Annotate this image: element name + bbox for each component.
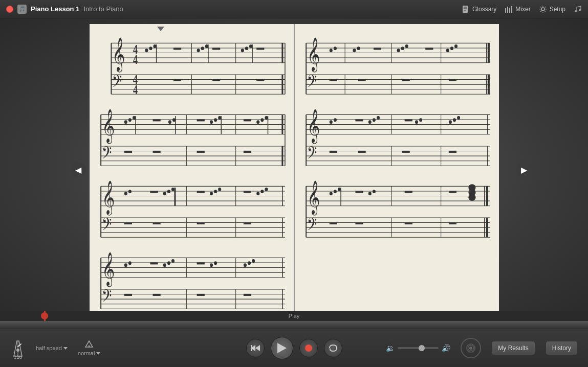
timeline[interactable] bbox=[0, 321, 588, 329]
page-indicator bbox=[157, 27, 164, 31]
close-button[interactable] bbox=[6, 6, 13, 13]
history-button[interactable]: History bbox=[546, 341, 578, 355]
svg-rect-160 bbox=[243, 263, 246, 267]
metronome-section: 110 bbox=[10, 335, 26, 361]
svg-rect-199 bbox=[454, 44, 458, 48]
controls-bar: 110 half speed normal bbox=[0, 329, 588, 367]
svg-rect-49 bbox=[249, 44, 252, 48]
app-title: Piano Lesson 1 bbox=[31, 5, 79, 13]
svg-rect-35 bbox=[153, 44, 156, 48]
transport-controls bbox=[246, 337, 342, 359]
svg-rect-152 bbox=[128, 261, 131, 265]
svg-rect-122 bbox=[214, 190, 217, 193]
staff-system-r1: 𝄞 𝄢 bbox=[301, 29, 493, 96]
svg-rect-72 bbox=[128, 118, 131, 122]
svg-text:𝄞: 𝄞 bbox=[102, 109, 115, 144]
svg-rect-229 bbox=[372, 118, 375, 122]
svg-point-285 bbox=[89, 346, 90, 347]
svg-rect-151 bbox=[124, 263, 127, 267]
svg-rect-190 bbox=[353, 49, 356, 52]
titlebar: 🎵 Piano Lesson 1 Intro to Piano Glossary… bbox=[0, 0, 588, 18]
staff-system-r3: 𝄞 𝄢 bbox=[301, 172, 493, 239]
svg-rect-266 bbox=[372, 190, 375, 193]
bpm-display: 110 bbox=[14, 354, 23, 360]
speed-dropdown[interactable]: half speed bbox=[36, 345, 68, 351]
svg-rect-126 bbox=[260, 190, 264, 193]
svg-rect-5 bbox=[507, 7, 508, 13]
svg-rect-261 bbox=[333, 190, 336, 193]
svg-rect-80 bbox=[209, 120, 212, 124]
svg-rect-121 bbox=[209, 192, 212, 195]
sheet-page-left: 𝄞 𝄢 4 4 4 4 bbox=[90, 24, 295, 315]
svg-text:𝄞: 𝄞 bbox=[307, 180, 320, 216]
volume-slider[interactable] bbox=[398, 347, 439, 349]
svg-point-271 bbox=[468, 194, 475, 201]
staff-system-2: 𝄞 𝄢 bbox=[96, 101, 288, 167]
speed-value: half speed bbox=[36, 345, 62, 351]
svg-text:𝄞: 𝄞 bbox=[102, 180, 115, 216]
svg-rect-161 bbox=[247, 261, 250, 265]
my-results-button[interactable]: My Results bbox=[491, 341, 535, 355]
svg-text:𝄢: 𝄢 bbox=[102, 287, 112, 310]
svg-text:𝄞: 𝄞 bbox=[307, 37, 320, 73]
prev-page-button[interactable]: ◀ bbox=[71, 162, 86, 177]
normal-icon bbox=[84, 340, 94, 349]
svg-rect-225 bbox=[329, 120, 332, 124]
svg-rect-86 bbox=[260, 118, 264, 122]
svg-rect-154 bbox=[163, 263, 166, 267]
svg-marker-286 bbox=[255, 345, 260, 351]
svg-rect-127 bbox=[265, 188, 268, 191]
svg-rect-118 bbox=[171, 188, 174, 191]
practice-icon bbox=[461, 338, 481, 358]
svg-point-290 bbox=[305, 345, 312, 352]
svg-rect-233 bbox=[419, 118, 422, 122]
staff-system-1: 𝄞 𝄢 4 4 4 4 bbox=[96, 29, 288, 96]
svg-rect-45 bbox=[205, 44, 208, 48]
setup-label: Setup bbox=[550, 6, 565, 13]
volume-high-icon: 🔊 bbox=[442, 344, 450, 352]
svg-rect-158 bbox=[209, 263, 212, 267]
mixer-button[interactable]: Mixer bbox=[505, 5, 530, 13]
svg-rect-123 bbox=[218, 188, 221, 191]
svg-rect-155 bbox=[167, 261, 170, 265]
svg-rect-125 bbox=[256, 192, 259, 195]
svg-text:𝄢: 𝄢 bbox=[112, 72, 122, 95]
svg-rect-116 bbox=[163, 192, 166, 195]
svg-rect-34 bbox=[149, 47, 152, 50]
volume-section: 🔉 🔊 bbox=[386, 344, 450, 352]
normal-section: normal bbox=[78, 340, 101, 356]
svg-text:𝄢: 𝄢 bbox=[102, 144, 112, 167]
record-button[interactable] bbox=[299, 339, 318, 357]
music-icon bbox=[574, 5, 582, 13]
svg-rect-48 bbox=[245, 47, 248, 50]
svg-rect-159 bbox=[214, 261, 217, 265]
normal-value: normal bbox=[78, 350, 95, 356]
normal-dropdown[interactable]: normal bbox=[78, 350, 101, 356]
svg-rect-288 bbox=[251, 345, 252, 351]
sheet-music-container: 𝄞 𝄢 4 4 4 4 bbox=[90, 24, 499, 315]
svg-rect-71 bbox=[124, 120, 127, 124]
svg-rect-260 bbox=[329, 192, 332, 195]
play-button[interactable] bbox=[271, 337, 293, 359]
svg-rect-85 bbox=[256, 120, 259, 124]
svg-rect-232 bbox=[415, 120, 418, 124]
loop-button[interactable] bbox=[324, 339, 342, 357]
svg-rect-226 bbox=[333, 118, 336, 122]
normal-dropdown-arrow bbox=[96, 352, 100, 355]
staff-system-3: 𝄞 𝄢 bbox=[96, 172, 288, 239]
next-page-button[interactable]: ▶ bbox=[516, 162, 532, 177]
svg-rect-0 bbox=[463, 6, 468, 13]
staff-system-4: 𝄞 𝄢 bbox=[96, 244, 288, 310]
svg-rect-117 bbox=[167, 190, 170, 193]
mixer-label: Mixer bbox=[515, 6, 530, 13]
svg-point-10 bbox=[579, 9, 581, 11]
svg-point-270 bbox=[468, 184, 475, 191]
speed-section: half speed bbox=[36, 345, 68, 351]
rewind-button[interactable] bbox=[246, 339, 265, 357]
glossary-button[interactable]: Glossary bbox=[462, 5, 496, 13]
main-area: ◀ bbox=[0, 18, 588, 321]
setup-button[interactable]: Setup bbox=[539, 5, 565, 13]
svg-rect-189 bbox=[333, 47, 336, 50]
svg-rect-77 bbox=[172, 118, 176, 122]
svg-rect-194 bbox=[401, 47, 404, 50]
